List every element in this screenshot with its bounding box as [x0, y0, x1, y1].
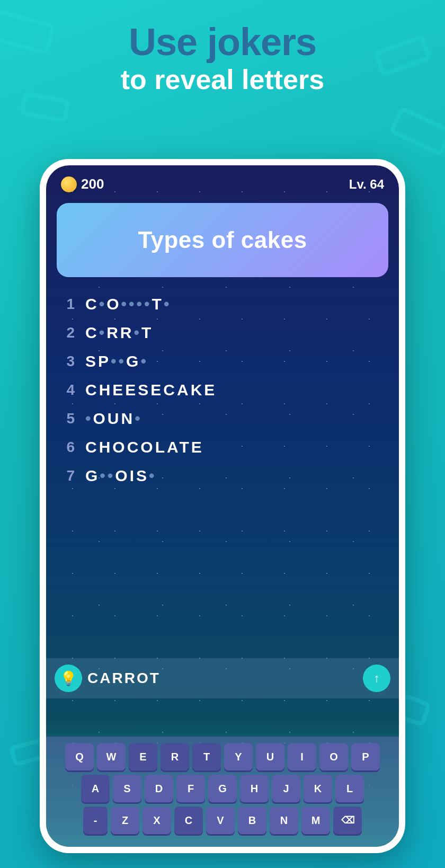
word-list: 1 C•O••••T• 2 C•RR•T 3 SP••G• 4 CHEESECA…: [46, 286, 399, 494]
word-number-2: 2: [59, 324, 75, 341]
key-k[interactable]: K: [304, 775, 332, 802]
key-t[interactable]: T: [192, 743, 221, 770]
key-s[interactable]: S: [113, 775, 141, 802]
level-text: Lv. 64: [349, 177, 384, 192]
word-number-1: 1: [59, 296, 75, 313]
key-x[interactable]: X: [143, 807, 171, 834]
key-a[interactable]: A: [81, 775, 110, 802]
word-row-4: 4 CHEESECAKE: [59, 376, 386, 404]
key-d[interactable]: D: [145, 775, 173, 802]
word-number-3: 3: [59, 353, 75, 370]
key-e[interactable]: E: [129, 743, 157, 770]
key-b[interactable]: B: [238, 807, 266, 834]
header-title: Use jokers: [0, 21, 445, 63]
key-c[interactable]: C: [174, 807, 203, 834]
word-pattern-2: C•RR•T: [85, 324, 153, 342]
word-pattern-7: G••OIS•: [85, 467, 157, 485]
word-row-2: 2 C•RR•T: [59, 318, 386, 347]
key-r[interactable]: R: [161, 743, 189, 770]
key-z[interactable]: Z: [111, 807, 139, 834]
key-n[interactable]: N: [270, 807, 298, 834]
hint-button[interactable]: 💡: [55, 665, 82, 692]
submit-button[interactable]: ↑: [363, 665, 390, 692]
key-i[interactable]: I: [288, 743, 316, 770]
word-number-5: 5: [59, 410, 75, 427]
word-number-7: 7: [59, 467, 75, 484]
word-pattern-4: CHEESECAKE: [85, 381, 217, 399]
word-number-4: 4: [59, 382, 75, 398]
word-pattern-6: CHOCOLATE: [85, 438, 204, 456]
key-y[interactable]: Y: [224, 743, 253, 770]
phone-screen: 200 Lv. 64 Types of cakes 1 C•O••••T• 2 …: [46, 165, 399, 847]
keyboard-row-2: A S D F G H J K L: [50, 775, 395, 802]
key-q[interactable]: Q: [65, 743, 94, 770]
keyboard-row-1: Q W E R T Y U I O P: [50, 743, 395, 770]
header-subtitle: to reveal letters: [0, 63, 445, 96]
word-row-1: 1 C•O••••T•: [59, 290, 386, 318]
word-row-7: 7 G••OIS•: [59, 462, 386, 490]
word-number-6: 6: [59, 439, 75, 456]
header: Use jokers to reveal letters: [0, 21, 445, 96]
input-area: 💡 ↑: [46, 658, 399, 698]
word-pattern-3: SP••G•: [85, 352, 148, 370]
word-row-3: 3 SP••G•: [59, 347, 386, 376]
arrow-up-icon: ↑: [374, 671, 380, 685]
coin-amount: 200: [81, 176, 104, 192]
key-l[interactable]: L: [335, 775, 364, 802]
word-pattern-1: C•O••••T•: [85, 295, 171, 313]
coin-icon: [61, 176, 77, 192]
key-dash[interactable]: -: [83, 807, 108, 834]
category-card: Types of cakes: [57, 203, 388, 277]
category-title: Types of cakes: [138, 227, 307, 253]
key-m[interactable]: M: [301, 807, 330, 834]
lightbulb-icon: 💡: [60, 670, 77, 687]
key-p[interactable]: P: [351, 743, 380, 770]
word-pattern-5: •OUN•: [85, 410, 143, 428]
key-o[interactable]: O: [319, 743, 348, 770]
key-j[interactable]: J: [272, 775, 300, 802]
word-row-6: 6 CHOCOLATE: [59, 433, 386, 462]
keyboard: Q W E R T Y U I O P A S D F G H J K L: [46, 737, 399, 847]
key-backspace[interactable]: ⌫: [333, 807, 362, 834]
top-bar: 200 Lv. 64: [46, 165, 399, 199]
word-input[interactable]: [87, 670, 358, 687]
phone-frame: 200 Lv. 64 Types of cakes 1 C•O••••T• 2 …: [40, 159, 405, 853]
key-g[interactable]: G: [208, 775, 237, 802]
word-row-5: 5 •OUN•: [59, 404, 386, 433]
key-v[interactable]: V: [206, 807, 235, 834]
key-u[interactable]: U: [256, 743, 284, 770]
coin-display: 200: [61, 176, 104, 192]
key-f[interactable]: F: [176, 775, 205, 802]
key-w[interactable]: W: [97, 743, 126, 770]
keyboard-row-3: - Z X C V B N M ⌫: [50, 807, 395, 834]
key-h[interactable]: H: [240, 775, 269, 802]
